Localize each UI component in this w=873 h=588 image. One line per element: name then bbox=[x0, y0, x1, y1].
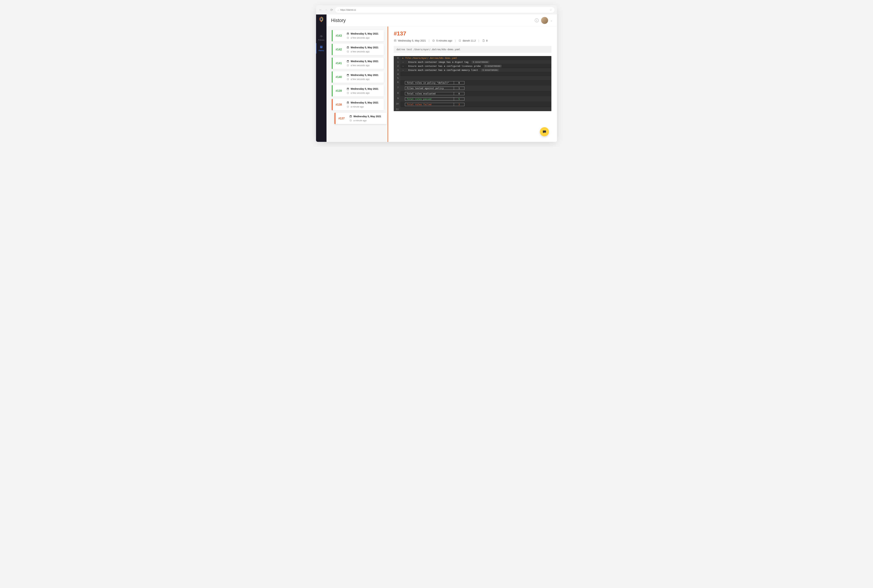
reload-button[interactable]: ⟳ bbox=[330, 8, 334, 12]
terminal-line: 10Total rules failed3 bbox=[394, 102, 551, 107]
clock-icon bbox=[347, 36, 349, 39]
run-id: #137 bbox=[335, 113, 348, 124]
svg-rect-37 bbox=[351, 116, 351, 116]
calendar-icon bbox=[347, 74, 349, 76]
run-date: Wednesday 5, May 2021 bbox=[347, 74, 382, 76]
clock-icon bbox=[347, 64, 349, 67]
run-date: Wednesday 5, May 2021 bbox=[349, 115, 385, 118]
browser-toolbar: ← → ⟳ ⌕ https://datree.io ☆ bbox=[316, 5, 557, 15]
svg-rect-30 bbox=[347, 102, 349, 102]
avatar[interactable] bbox=[541, 17, 548, 24]
run-id: #138 bbox=[333, 99, 345, 110]
logo-icon bbox=[319, 16, 323, 22]
run-ago: a few seconds ago bbox=[347, 50, 382, 53]
summary-table-row: Total rules failed3 bbox=[405, 103, 464, 106]
logo[interactable] bbox=[316, 15, 326, 24]
run-date: Wednesday 5, May 2021 bbox=[347, 60, 382, 63]
run-ago: a minute ago bbox=[349, 119, 385, 122]
calendar-icon bbox=[394, 39, 397, 42]
svg-rect-39 bbox=[394, 40, 396, 42]
terminal-line: 8Total rules evaluated8 bbox=[394, 91, 551, 96]
run-id: #141 bbox=[333, 58, 345, 69]
back-button[interactable]: ← bbox=[319, 8, 322, 12]
calendar-icon bbox=[347, 33, 349, 35]
svg-rect-25 bbox=[347, 88, 349, 88]
browser-window: ← → ⟳ ⌕ https://datree.io ☆ bbox=[316, 5, 557, 142]
terminal-line: 11 bbox=[394, 107, 551, 111]
nav-label: Policies bbox=[318, 39, 325, 41]
svg-rect-1 bbox=[320, 46, 322, 46]
run-ago: a few seconds ago bbox=[347, 92, 382, 94]
clock-icon bbox=[347, 50, 349, 53]
run-id: #139 bbox=[333, 85, 345, 96]
svg-point-0 bbox=[321, 37, 322, 37]
clock-icon bbox=[347, 105, 349, 108]
clock-icon bbox=[347, 92, 349, 94]
terminal-line: 6Total rules in policy "default"8 bbox=[394, 80, 551, 86]
run-card[interactable]: #139Wednesday 5, May 2021a few seconds a… bbox=[332, 85, 384, 96]
os-icon bbox=[458, 39, 461, 42]
run-date: Wednesday 5, May 2021 bbox=[347, 101, 382, 104]
main-area: History i ⌄ #143Wednesday 5, May 2021a f… bbox=[326, 15, 557, 142]
run-card[interactable]: #141Wednesday 5, May 2021a few seconds a… bbox=[332, 58, 384, 69]
svg-rect-2 bbox=[320, 47, 322, 47]
svg-rect-41 bbox=[459, 40, 461, 41]
chat-fab[interactable] bbox=[540, 127, 549, 136]
run-card[interactable]: #137Wednesday 5, May 2021a minute ago bbox=[335, 113, 386, 124]
run-id: #140 bbox=[333, 71, 345, 83]
info-icon[interactable]: i bbox=[535, 18, 539, 22]
clock-icon bbox=[349, 119, 352, 122]
address-bar[interactable]: ⌕ https://datree.io ☆ bbox=[335, 7, 554, 13]
terminal-output: 0▶ file:/Users/eyar/.datree/k8s-demo.yam… bbox=[394, 56, 551, 111]
meta-os: darwin 11.2 bbox=[458, 39, 476, 42]
run-ago: a minute ago bbox=[347, 105, 382, 108]
chat-icon bbox=[542, 130, 547, 134]
meta-date: Wednesday 5, May 2021 bbox=[394, 39, 426, 42]
chevron-down-icon[interactable]: ⌄ bbox=[550, 19, 553, 22]
terminal-line: 0▶ file:/Users/eyar/.datree/k8s-demo.yam… bbox=[394, 56, 551, 60]
svg-rect-36 bbox=[350, 116, 350, 116]
run-date: Wednesday 5, May 2021 bbox=[347, 46, 382, 49]
forward-button[interactable]: → bbox=[324, 8, 328, 12]
run-id: #142 bbox=[333, 44, 345, 55]
svg-rect-15 bbox=[347, 60, 349, 61]
terminal-line: 4 bbox=[394, 72, 551, 76]
svg-rect-35 bbox=[350, 116, 352, 116]
calendar-icon bbox=[347, 60, 349, 63]
nav-item-history[interactable]: History bbox=[316, 43, 326, 54]
meta-ago: 5 minutes ago bbox=[432, 39, 452, 42]
nav-label: History bbox=[319, 50, 324, 51]
terminal-line: 9Total rules passed5 bbox=[394, 96, 551, 102]
run-date: Wednesday 5, May 2021 bbox=[347, 87, 382, 90]
terminal-line: 2– Ensure each container has a configure… bbox=[394, 64, 551, 68]
history-list[interactable]: #143Wednesday 5, May 2021a few seconds a… bbox=[326, 27, 388, 142]
run-ago: a few seconds ago bbox=[347, 78, 382, 80]
star-icon[interactable]: ☆ bbox=[550, 8, 552, 12]
run-card[interactable]: #138Wednesday 5, May 2021a minute ago bbox=[332, 99, 384, 110]
summary-table-row: Total rules evaluated8 bbox=[405, 92, 464, 95]
file-icon bbox=[482, 39, 485, 42]
run-card[interactable]: #140Wednesday 5, May 2021a few seconds a… bbox=[332, 71, 384, 83]
run-card[interactable]: #143Wednesday 5, May 2021a few seconds a… bbox=[332, 30, 384, 41]
search-icon: ⌕ bbox=[338, 9, 339, 11]
summary-table-row: Total rules in policy "default"8 bbox=[405, 81, 464, 84]
page-title: History bbox=[331, 18, 346, 23]
terminal-line: 3– Ensure each container has a configure… bbox=[394, 68, 551, 72]
layers-icon bbox=[320, 45, 323, 49]
terminal-line: 1– Ensure each container image has a dig… bbox=[394, 60, 551, 64]
gauge-icon bbox=[320, 35, 323, 38]
nav-item-policies[interactable]: Policies bbox=[316, 33, 326, 43]
clock-icon bbox=[432, 39, 435, 42]
content-area: #143Wednesday 5, May 2021a few seconds a… bbox=[326, 27, 557, 142]
topbar: History i ⌄ bbox=[326, 15, 557, 27]
run-ago: a few seconds ago bbox=[347, 36, 382, 39]
run-card[interactable]: #142Wednesday 5, May 2021a few seconds a… bbox=[332, 44, 384, 55]
app-container: Policies History History i ⌄ bbox=[316, 15, 557, 142]
detail-run-id: #137 bbox=[394, 30, 551, 37]
calendar-icon bbox=[347, 88, 349, 90]
clock-icon bbox=[347, 78, 349, 80]
calendar-icon bbox=[347, 101, 349, 104]
summary-table-row: Files tested against policy1 bbox=[405, 87, 464, 90]
svg-rect-3 bbox=[320, 48, 322, 48]
run-id: #143 bbox=[333, 30, 345, 41]
